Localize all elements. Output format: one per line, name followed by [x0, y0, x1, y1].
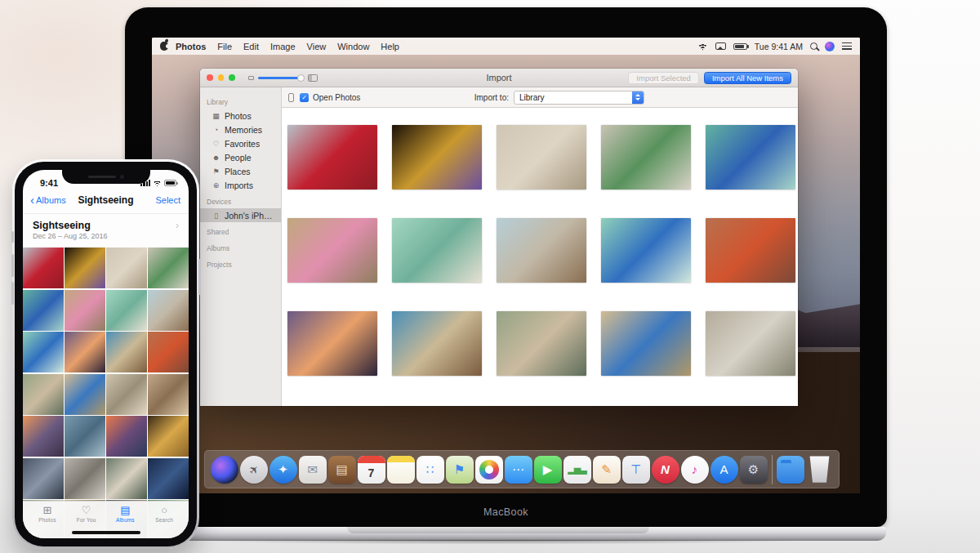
photo-thumbnail-horse-cart-cobblestones[interactable]	[497, 218, 586, 283]
spotlight-search-icon[interactable]	[810, 42, 817, 50]
dock-icon-reminders[interactable]: ∷	[416, 456, 444, 484]
volume-up-button[interactable]	[11, 254, 14, 277]
photo-thumbnail-night-theater-purple-car[interactable]	[65, 248, 105, 288]
photo-thumbnail-blue-car-green-building[interactable]	[23, 290, 64, 331]
notification-center-icon[interactable]	[842, 42, 852, 50]
dock-icon-calendar[interactable]: 7	[358, 456, 385, 484]
photo-thumbnail-blue-car-narrow-street[interactable]	[601, 311, 691, 376]
tab-photos[interactable]: ⊞ Photos	[29, 505, 65, 538]
photo-thumbnail-red-classic-car[interactable]	[23, 248, 64, 288]
apple-menu-icon[interactable]	[160, 42, 168, 51]
dock-icon-itunes[interactable]: ♪	[681, 456, 709, 484]
photo-thumbnail-balcony-street-dome[interactable]	[706, 311, 795, 376]
photo-thumbnail-vintage-shop-sign[interactable]	[497, 311, 586, 376]
photo-thumbnail-orange-truck[interactable]	[706, 218, 795, 283]
import-to-select[interactable]: Library	[514, 91, 644, 105]
dock-icon-launchpad[interactable]: ✈	[240, 456, 268, 484]
import-all-new-items-button[interactable]: Import All New Items	[704, 72, 791, 84]
menu-item[interactable]: Image	[270, 42, 296, 51]
photo-thumbnail-glass-dome[interactable]	[23, 458, 64, 499]
dock-icon-mail[interactable]: ✉	[299, 456, 327, 484]
dock-icon-photos[interactable]	[475, 456, 503, 484]
photo-thumbnail-stone-stairs[interactable]	[65, 458, 105, 499]
photo-thumbnail-blue-car-green-building[interactable]	[706, 125, 795, 190]
photo-thumbnail-woman-doorway[interactable]	[106, 458, 147, 499]
photo-thumbnail-night-theater-purple-car[interactable]	[392, 125, 482, 190]
photo-thumbnail-blue-interior[interactable]	[148, 458, 189, 499]
siri-icon[interactable]	[825, 42, 835, 51]
photo-thumbnail-sunset-hilltop[interactable]	[287, 311, 377, 376]
dock-icon-notes[interactable]	[387, 456, 415, 484]
sidebar-row-people[interactable]: ☻ People	[200, 150, 281, 164]
photo-thumbnail-coastal-cliffs[interactable]	[65, 416, 105, 457]
sidebar-row-favorites[interactable]: ♡ Favorites	[200, 136, 281, 150]
dock-icon-numbers[interactable]: ▂▅▃	[564, 456, 591, 484]
photo-thumbnail-arched-doorways[interactable]	[106, 248, 147, 288]
volume-down-button[interactable]	[11, 282, 14, 305]
photo-thumbnail-blue-car-mint-wall[interactable]	[23, 332, 64, 372]
menu-bar-clock[interactable]: Tue 9:41 AM	[755, 42, 803, 51]
tab-search[interactable]: ○ Search	[146, 505, 182, 538]
sidebar-row-memories[interactable]: ◔ Memories	[200, 123, 281, 136]
menu-item[interactable]: File	[217, 42, 232, 51]
dock-icon-keynote[interactable]: ⊤	[622, 456, 650, 484]
photo-thumbnail-golden-lights[interactable]	[148, 416, 189, 457]
photo-thumbnail-vintage-shop-sign[interactable]	[23, 374, 64, 415]
photo-thumbnail-people-street[interactable]	[148, 374, 189, 415]
wifi-icon[interactable]	[697, 42, 708, 51]
photo-thumbnail-red-classic-car[interactable]	[287, 125, 377, 190]
dock-icon-siri[interactable]	[211, 456, 238, 484]
dock-icon-glyph: ✈	[246, 462, 261, 476]
app-menu-title[interactable]: Photos	[176, 42, 206, 51]
photo-thumbnail-dome-street[interactable]	[106, 374, 147, 415]
photo-thumbnail-golden-gate-sunset[interactable]	[106, 416, 147, 457]
import-photo-grid	[282, 108, 798, 406]
sidebar-row-johns-iphone[interactable]: ▯ John's iPh…	[200, 208, 281, 222]
dock-icon-messages[interactable]: ⋯	[505, 456, 532, 484]
photo-thumbnail-green-classic-car[interactable]	[148, 248, 189, 288]
select-stepper-icon[interactable]	[632, 91, 644, 104]
display-mirroring-icon[interactable]	[715, 42, 726, 50]
album-header[interactable]: Sightseeing › Dec 26 – Aug 25, 2016	[23, 213, 189, 244]
photo-thumbnail-horse-cart-cobblestones[interactable]	[148, 290, 189, 331]
photo-thumbnail-horse-cart-blue-wall[interactable]	[392, 311, 482, 376]
menu-item[interactable]: View	[307, 42, 327, 51]
photo-thumbnail-sunset-field[interactable]	[23, 416, 64, 457]
sidebar-row-places[interactable]: ⚑ Places	[200, 164, 281, 178]
photo-thumbnail-arched-doorways[interactable]	[497, 125, 586, 190]
photo-thumbnail-mint-colonial-facade[interactable]	[392, 218, 482, 283]
photo-thumbnail-mint-colonial-facade[interactable]	[106, 290, 147, 331]
photo-thumbnail-pink-classic-car[interactable]	[65, 290, 105, 331]
dock-icon-contacts[interactable]: ▤	[328, 456, 356, 484]
dock-icon-safari[interactable]: ✦	[270, 456, 297, 484]
photo-thumbnail-blue-car-narrow-street[interactable]	[65, 374, 105, 415]
dock-icon-facetime[interactable]: ▶	[534, 456, 562, 484]
back-to-albums-button[interactable]: ‹ Albums	[30, 195, 66, 206]
dock-icon-maps[interactable]: ⚑	[446, 456, 474, 484]
dock-icon-app-store[interactable]: A	[710, 456, 738, 484]
menu-item[interactable]: Edit	[243, 42, 259, 51]
photo-thumbnail-pink-classic-car[interactable]	[287, 218, 377, 283]
photo-thumbnail-green-classic-car[interactable]	[601, 125, 691, 190]
open-photos-checkbox[interactable]: ✓	[300, 93, 309, 102]
menu-item[interactable]: Window	[337, 42, 369, 51]
sidebar-row-photos[interactable]: ▦ Photos	[200, 109, 281, 123]
battery-icon[interactable]	[733, 43, 747, 50]
dock-icon-trash[interactable]	[806, 456, 834, 484]
dock-icon-system-preferences[interactable]: ⚙	[740, 456, 768, 484]
menu-item[interactable]: Help	[381, 42, 399, 51]
sidebar-row-imports[interactable]: ⊕ Imports	[200, 178, 281, 192]
select-button[interactable]: Select	[155, 195, 180, 205]
home-indicator[interactable]	[72, 531, 140, 534]
photo-thumbnail-sunset-hilltop[interactable]	[65, 332, 105, 372]
dock-icon-news[interactable]: N	[652, 456, 679, 484]
side-button[interactable]	[198, 259, 201, 295]
mute-switch[interactable]	[11, 231, 14, 243]
photo-thumbnail-horse-cart-blue-wall[interactable]	[106, 332, 147, 372]
open-photos-label: Open Photos	[313, 93, 360, 102]
dock-icon-pages[interactable]: ✎	[593, 456, 621, 484]
import-selected-button[interactable]: Import Selected	[628, 72, 699, 84]
photo-thumbnail-orange-truck[interactable]	[148, 332, 189, 372]
dock-icon-downloads[interactable]	[777, 456, 804, 484]
photo-thumbnail-blue-car-mint-wall[interactable]	[601, 218, 691, 283]
